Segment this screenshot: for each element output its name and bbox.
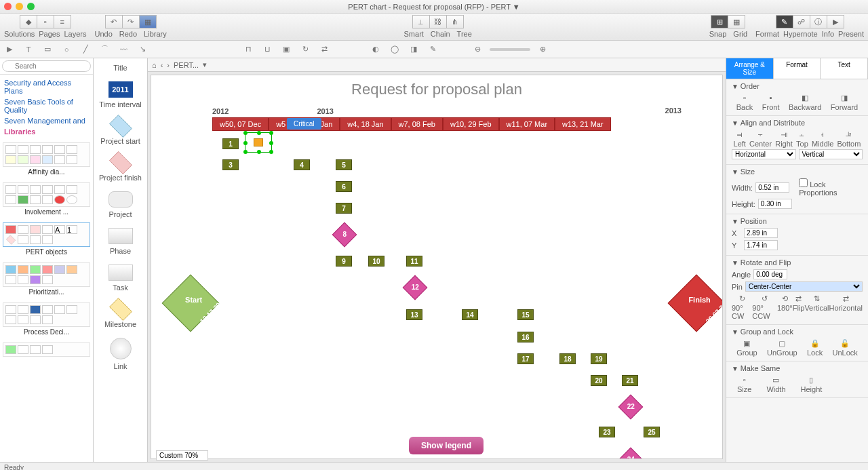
flip-icon[interactable]: ⇄ [317,43,331,56]
distribute-vert[interactable]: Vertical [799,149,863,159]
align-left[interactable]: ⫤Left [734,130,746,148]
finish-diamond[interactable]: Finish29.03.2013 [668,275,723,332]
height-input[interactable] [758,199,792,209]
show-legend-button[interactable]: Show legend [409,437,484,454]
present-button[interactable]: ▶ [827,15,844,28]
shadow-icon[interactable]: ◨ [407,43,420,56]
align-icon[interactable]: ⊓ [241,43,255,56]
milestone-12[interactable]: 12 [403,275,428,300]
align-right[interactable]: ⫣Right [775,130,793,148]
close-icon[interactable] [4,3,12,10]
make-same-height[interactable]: ▯Height [801,375,823,393]
order-front[interactable]: ▪Front [762,93,780,111]
node-3[interactable]: 3 [222,159,239,170]
node-19[interactable]: 19 [591,353,607,364]
node-15[interactable]: 15 [517,309,534,320]
smart-button[interactable]: ⟂ [412,15,430,28]
flip-horizontal[interactable]: ⇄Horizontal [829,294,863,320]
zoom-in-icon[interactable]: ⊕ [536,43,549,56]
info-button[interactable]: ⓘ [810,15,827,28]
order-forward[interactable]: ◨Forward [831,93,858,111]
tab-arrange[interactable]: Arrange & Size [726,58,774,79]
lib-involvement[interactable] [3,182,90,207]
ungroup-button[interactable]: ▢UnGroup [767,338,797,357]
pages-button[interactable]: ▫ [37,15,54,28]
make-same-width[interactable]: ▭Width [766,375,785,393]
node-16[interactable]: 16 [517,332,534,342]
order-backward[interactable]: ◧Backward [789,93,821,111]
tree-button[interactable]: ⋔ [446,15,464,28]
shape-project[interactable] [108,191,133,208]
shape-phase[interactable] [108,228,133,244]
zoom-select[interactable]: Custom 70% [156,450,208,461]
snap-button[interactable]: ⊞ [711,15,728,28]
node-23[interactable]: 23 [599,427,615,437]
lock-proportions[interactable] [799,178,808,187]
order-back[interactable]: ▫Back [736,93,753,111]
crumb-pert[interactable]: PERT... [174,61,199,69]
shape-milestone[interactable] [109,298,132,321]
node-14[interactable]: 14 [462,309,478,320]
node-13[interactable]: 13 [406,309,422,320]
line-tool-icon[interactable]: ╱ [79,43,92,56]
pointer-tool-icon[interactable]: ▶ [3,43,16,56]
format-button[interactable]: ✎ [776,15,793,28]
width-input[interactable] [755,182,789,193]
tab-format[interactable]: Format [774,58,821,79]
milestone-24[interactable]: 24 [618,448,644,459]
flip-vertical[interactable]: ⇅Vertical [804,294,829,320]
crumb-dropdown-icon[interactable]: ▾ [203,60,207,69]
node-7[interactable]: 7 [336,203,352,214]
align-center[interactable]: ⫟Center [749,130,772,148]
tree-item[interactable]: Seven Basic Tools of Quality [1,96,92,115]
lib-process[interactable] [3,302,90,327]
rotate-icon[interactable]: ↻ [298,43,312,56]
connector-tool-icon[interactable]: ↘ [136,43,149,56]
pin-select[interactable]: Center-Center [745,281,863,292]
tree-item[interactable]: Security and Access Plans [1,77,92,96]
unlock-button[interactable]: 🔓UnLock [833,338,858,357]
align-top[interactable]: ⫠Top [796,130,808,148]
align-middle[interactable]: ⫞Middle [812,130,833,148]
node-11[interactable]: 11 [406,256,422,267]
x-input[interactable] [744,228,778,238]
shape-finish[interactable] [109,151,132,174]
undo-button[interactable]: ↶ [105,15,123,28]
distribute-icon[interactable]: ⊔ [260,43,274,56]
lib-prioritization[interactable] [3,262,90,287]
hypernote-button[interactable]: ☍ [793,15,810,28]
node-17[interactable]: 17 [517,353,534,364]
arc-tool-icon[interactable]: ⌒ [98,43,111,56]
start-diamond[interactable]: Start12.12.2012 [162,275,220,332]
node-6[interactable]: 6 [336,181,352,192]
shape-link[interactable] [110,338,132,359]
stroke-icon[interactable]: ◯ [388,43,401,56]
chain-button[interactable]: ⛓ [429,15,447,28]
node-5[interactable]: 5 [336,159,352,170]
lib-pert[interactable]: A1 [3,222,90,247]
minimize-icon[interactable] [16,3,23,10]
align-bottom[interactable]: ⫡Bottom [837,130,861,148]
fill-icon[interactable]: ◐ [369,43,382,56]
tree-item[interactable]: Seven Management and [1,115,92,126]
ellipse-tool-icon[interactable]: ○ [60,43,73,56]
lib-affinity[interactable] [3,142,90,167]
milestone-8[interactable]: 8 [332,222,357,248]
rotate-ccw[interactable]: ↺90° CCW [752,294,777,320]
search-input[interactable] [2,60,91,72]
rotate-cw[interactable]: ↻90° CW [732,294,752,320]
tree-libraries[interactable]: Libraries [1,126,92,137]
tab-text[interactable]: Text [821,58,868,79]
node-4[interactable]: 4 [294,159,310,170]
make-same-size[interactable]: ▫Size [737,375,751,393]
back-icon[interactable]: ‹ [161,61,163,69]
node-18[interactable]: 18 [559,353,576,364]
rect-tool-icon[interactable]: ▭ [41,43,54,56]
lib-extra[interactable] [3,342,90,357]
node-25[interactable]: 25 [644,427,660,437]
home-icon[interactable]: ⌂ [152,61,157,69]
shape-task[interactable] [108,265,133,281]
grid-button[interactable]: ▦ [728,15,745,28]
node-20[interactable]: 20 [591,375,607,386]
group-icon[interactable]: ▣ [279,43,293,56]
